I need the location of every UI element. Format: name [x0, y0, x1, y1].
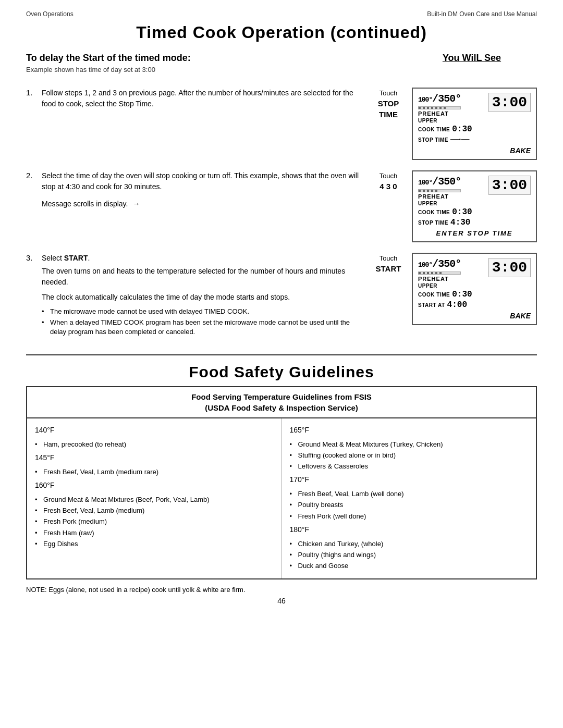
step-1-upper: UPPER [418, 118, 531, 124]
temp-165: 165°F [290, 425, 529, 436]
food-safety-table: Food Serving Temperature Guidelines from… [26, 386, 537, 580]
temp-170: 170°F [290, 474, 529, 485]
food-item: Ground Meat & Meat Mixtures (Beef, Pork,… [35, 495, 274, 504]
step-2-display: 100°/350° PREHEAT 3:00 UPPER COOK TIME 0… [412, 170, 537, 242]
step-3-upper: UPPER [418, 283, 531, 289]
food-item: Poultry breasts [290, 500, 529, 510]
food-item: Stuffing (cooked alone or in bird) [290, 451, 529, 460]
temp-145: 145°F [35, 452, 274, 463]
step-3-text: Select START. The oven turns on and heat… [42, 253, 365, 339]
food-item: Chicken and Turkey, (whole) [290, 539, 529, 549]
temp-165-list: Ground Meat & Meat Mixtures (Turkey, Chi… [290, 440, 529, 472]
food-safety-table-body: 140°F Ham, precooked (to reheat) 145°F F… [27, 418, 536, 579]
step-3-bullets: The microwave mode cannot be used with d… [42, 307, 365, 337]
food-col-right: 165°F Ground Meat & Meat Mixtures (Turke… [282, 418, 536, 579]
step-2-scroll: Message scrolls in display. → [42, 199, 365, 209]
step-2-enter: ENTER STOP TIME [418, 229, 531, 237]
food-item: Ham, precooked (to reheat) [35, 440, 274, 449]
page-footer: NOTE: Eggs (alone, not used in a recipe)… [26, 586, 537, 605]
step-3-startat: START AT 4:00 [418, 300, 531, 310]
step-2-row: 2. Select the time of day the oven will … [26, 170, 537, 242]
step-3-touch: Touch START [370, 253, 407, 274]
page-header: Oven Operations Built-in DM Oven Care an… [26, 10, 537, 18]
food-safety-table-header: Food Serving Temperature Guidelines from… [27, 387, 536, 418]
step-3-bake: BAKE [418, 312, 531, 320]
food-item: Ground Meat & Meat Mixtures (Turkey, Chi… [290, 440, 529, 449]
food-item: Egg Dishes [35, 539, 274, 549]
temp-160-list: Ground Meat & Meat Mixtures (Beef, Pork,… [35, 495, 274, 549]
food-item: Poultry (thighs and wings) [290, 550, 529, 560]
example-note: Example shown has time of day set at 3:0… [26, 66, 401, 73]
bullet-item: The microwave mode cannot be used with d… [42, 307, 365, 316]
food-safety-section: Food Safety Guidelines Food Serving Temp… [26, 363, 537, 580]
bullet-item: When a delayed TIMED COOK program has be… [42, 318, 365, 337]
arrow-right-icon: → [132, 199, 140, 209]
step-1-number: 1. [26, 88, 36, 97]
food-item: Duck and Goose [290, 561, 529, 571]
step-1-text: Follow steps 1, 2 and 3 on previous page… [42, 88, 365, 109]
temp-160: 160°F [35, 480, 274, 491]
temp-140: 140°F [35, 425, 274, 436]
step-3-number: 3. [26, 253, 36, 262]
timed-section: To delay the Start of the timed mode: Ex… [26, 53, 537, 339]
food-safety-title: Food Safety Guidelines [26, 363, 537, 381]
step-2-number: 2. [26, 170, 36, 180]
step-3-preheat: PREHEAT [418, 276, 461, 282]
temp-145-list: Fresh Beef, Veal, Lamb (medium rare) [35, 467, 274, 477]
food-item: Fresh Pork (medium) [35, 517, 274, 526]
main-title: Timed Cook Operation (continued) [26, 23, 537, 42]
section-header-left: To delay the Start of the timed mode: Ex… [26, 53, 401, 80]
step-1-clock: 3:00 [488, 93, 531, 112]
step-2-touch: Touch 4 3 0 [370, 170, 407, 192]
section-divider [26, 354, 537, 355]
step-1-preheat: PREHEAT [418, 110, 461, 117]
section-subtitle: To delay the Start of the timed mode: [26, 53, 401, 64]
step-2-cooktime: COOK TIME 0:30 [418, 207, 531, 217]
step-1-bake: BAKE [418, 146, 531, 155]
section-header-row: To delay the Start of the timed mode: Ex… [26, 53, 537, 80]
step-1-touch: Touch STOP TIME [370, 88, 407, 120]
food-item: Fresh Beef, Veal, Lamb (well done) [290, 489, 529, 499]
step-2-text: Select the time of day the oven will sto… [42, 170, 365, 209]
step-2-temp: 100°/350° [418, 176, 461, 188]
step-1-stoptime: STOP TIME —·— [418, 135, 531, 144]
temp-170-list: Fresh Beef, Veal, Lamb (well done) Poult… [290, 489, 529, 521]
step-2-preheat: PREHEAT [418, 193, 461, 200]
step-2-clock: 3:00 [488, 176, 531, 195]
step-1-display: 100°/350° PREHEAT 3:00 UPPER COOK TIME 0… [412, 88, 537, 160]
footer-note: NOTE: Eggs (alone, not used in a recipe)… [26, 586, 537, 594]
header-right: Built-in DM Oven Care and Use Manual [427, 10, 537, 18]
step-2-upper: UPPER [418, 201, 531, 206]
temp-140-list: Ham, precooked (to reheat) [35, 440, 274, 449]
temp-180-list: Chicken and Turkey, (whole) Poultry (thi… [290, 539, 529, 571]
food-item: Leftovers & Casseroles [290, 462, 529, 471]
step-3-cooktime: COOK TIME 0:30 [418, 290, 531, 299]
food-item: Fresh Beef, Veal, Lamb (medium rare) [35, 467, 274, 477]
step-2-stoptime: STOP TIME 4:30 [418, 218, 531, 227]
step-1-row: 1. Follow steps 1, 2 and 3 on previous p… [26, 88, 537, 160]
page-number: 46 [26, 597, 537, 605]
step-1-cooktime: COOK TIME 0:30 [418, 125, 531, 134]
step-3-temp: 100°/350° [418, 258, 461, 270]
food-col-left: 140°F Ham, precooked (to reheat) 145°F F… [27, 418, 282, 579]
step-3-row: 3. Select START. The oven turns on and h… [26, 253, 537, 339]
food-item: Fresh Pork (well done) [290, 512, 529, 521]
step-3-clock: 3:00 [488, 258, 531, 277]
step-3-display: 100°/350° PREHEAT 3:00 UPPER COOK TIME 0… [412, 253, 537, 325]
header-left: Oven Operations [26, 10, 74, 18]
you-will-see-label: You WilL See [407, 53, 537, 64]
food-item: Fresh Beef, Veal, Lamb (medium) [35, 506, 274, 515]
temp-180: 180°F [290, 524, 529, 535]
step-1-temp: 100°/350° [418, 93, 461, 105]
food-item: Fresh Ham (raw) [35, 528, 274, 538]
section-header-right: You WilL See [407, 53, 537, 80]
